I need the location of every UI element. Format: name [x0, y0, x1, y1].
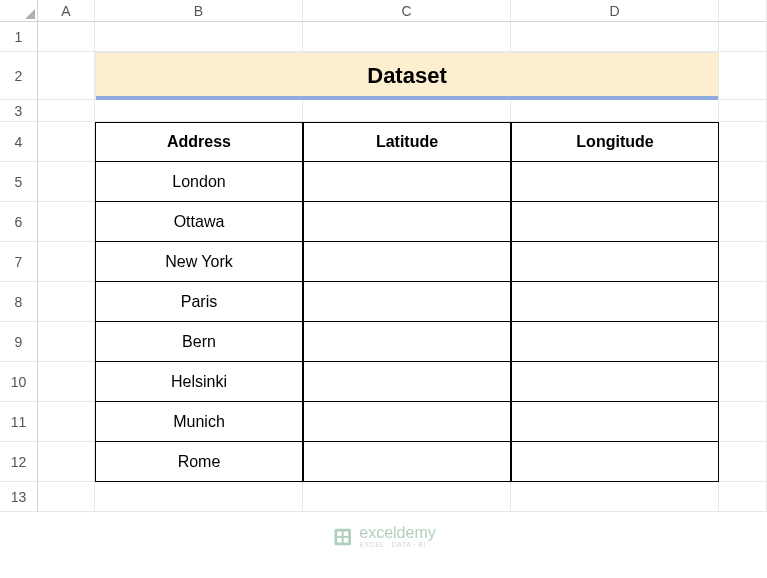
dataset-title[interactable]: Dataset [95, 52, 719, 100]
cell-latitude-6[interactable] [303, 402, 511, 442]
cell-d1[interactable] [511, 22, 719, 52]
cell-address-2[interactable]: New York [95, 242, 303, 282]
header-longitude[interactable]: Longitude [511, 122, 719, 162]
cell-latitude-7[interactable] [303, 442, 511, 482]
cell-c1[interactable] [303, 22, 511, 52]
cell-longitude-3[interactable] [511, 282, 719, 322]
cell-d13[interactable] [511, 482, 719, 512]
row-header-2[interactable]: 2 [0, 52, 38, 100]
cell-a12[interactable] [38, 442, 95, 482]
spreadsheet-grid: A B C D 1 2 Dataset 3 4 Address Latitude… [0, 0, 767, 578]
row-header-9[interactable]: 9 [0, 322, 38, 362]
cell-e12[interactable] [719, 442, 767, 482]
cell-a7[interactable] [38, 242, 95, 282]
cell-longitude-6[interactable] [511, 402, 719, 442]
cell-latitude-1[interactable] [303, 202, 511, 242]
cell-a11[interactable] [38, 402, 95, 442]
cell-latitude-3[interactable] [303, 282, 511, 322]
header-latitude[interactable]: Latitude [303, 122, 511, 162]
cell-e13[interactable] [719, 482, 767, 512]
cell-a13[interactable] [38, 482, 95, 512]
row-header-4[interactable]: 4 [0, 122, 38, 162]
cell-a9[interactable] [38, 322, 95, 362]
cell-d3[interactable] [511, 100, 719, 122]
cell-longitude-7[interactable] [511, 442, 719, 482]
cell-e10[interactable] [719, 362, 767, 402]
cell-e3[interactable] [719, 100, 767, 122]
cell-address-7[interactable]: Rome [95, 442, 303, 482]
row-header-7[interactable]: 7 [0, 242, 38, 282]
col-header-a[interactable]: A [38, 0, 95, 22]
cell-a3[interactable] [38, 100, 95, 122]
row-header-11[interactable]: 11 [0, 402, 38, 442]
row-header-5[interactable]: 5 [0, 162, 38, 202]
cell-e11[interactable] [719, 402, 767, 442]
cell-latitude-5[interactable] [303, 362, 511, 402]
cell-a2[interactable] [38, 52, 95, 100]
header-address[interactable]: Address [95, 122, 303, 162]
row-header-13[interactable]: 13 [0, 482, 38, 512]
cell-a6[interactable] [38, 202, 95, 242]
cell-e2[interactable] [719, 52, 767, 100]
row-header-12[interactable]: 12 [0, 442, 38, 482]
cell-b3[interactable] [95, 100, 303, 122]
cell-b13[interactable] [95, 482, 303, 512]
cell-address-0[interactable]: London [95, 162, 303, 202]
row-header-6[interactable]: 6 [0, 202, 38, 242]
row-header-8[interactable]: 8 [0, 282, 38, 322]
cell-e5[interactable] [719, 162, 767, 202]
select-all-corner[interactable] [0, 0, 38, 22]
cell-b1[interactable] [95, 22, 303, 52]
cell-a1[interactable] [38, 22, 95, 52]
row-header-10[interactable]: 10 [0, 362, 38, 402]
cell-e7[interactable] [719, 242, 767, 282]
cell-longitude-1[interactable] [511, 202, 719, 242]
cell-latitude-2[interactable] [303, 242, 511, 282]
cell-c13[interactable] [303, 482, 511, 512]
cell-longitude-5[interactable] [511, 362, 719, 402]
cell-address-3[interactable]: Paris [95, 282, 303, 322]
cell-a8[interactable] [38, 282, 95, 322]
col-header-d[interactable]: D [511, 0, 719, 22]
cell-latitude-4[interactable] [303, 322, 511, 362]
row-header-3[interactable]: 3 [0, 100, 38, 122]
cell-a10[interactable] [38, 362, 95, 402]
cell-e1[interactable] [719, 22, 767, 52]
cell-a5[interactable] [38, 162, 95, 202]
cell-address-5[interactable]: Helsinki [95, 362, 303, 402]
cell-address-1[interactable]: Ottawa [95, 202, 303, 242]
cell-c3[interactable] [303, 100, 511, 122]
cell-longitude-4[interactable] [511, 322, 719, 362]
cell-a4[interactable] [38, 122, 95, 162]
cell-longitude-0[interactable] [511, 162, 719, 202]
cell-e8[interactable] [719, 282, 767, 322]
cell-e6[interactable] [719, 202, 767, 242]
cell-address-4[interactable]: Bern [95, 322, 303, 362]
col-header-c[interactable]: C [303, 0, 511, 22]
cell-latitude-0[interactable] [303, 162, 511, 202]
col-header-blank[interactable] [719, 0, 767, 22]
cell-e4[interactable] [719, 122, 767, 162]
row-header-1[interactable]: 1 [0, 22, 38, 52]
cell-longitude-2[interactable] [511, 242, 719, 282]
cell-e9[interactable] [719, 322, 767, 362]
col-header-b[interactable]: B [95, 0, 303, 22]
cell-address-6[interactable]: Munich [95, 402, 303, 442]
